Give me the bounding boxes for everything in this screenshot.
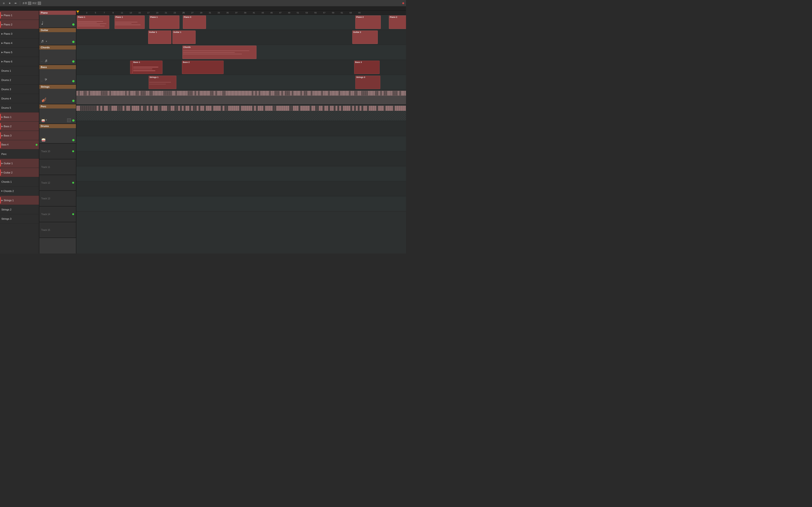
channel-drums-body: 🥁 xyxy=(39,128,76,143)
clip-label: Bass 3 xyxy=(355,61,362,63)
move-icon[interactable]: ✦ xyxy=(8,1,11,5)
clip-chords-main[interactable]: Chords xyxy=(183,46,256,59)
track-list-item[interactable]: ▶ Guitar 2 xyxy=(0,168,39,177)
timeline-tracks[interactable]: Piano 1 Piano 1 xyxy=(77,15,406,253)
menu-icon[interactable]: ≡ xyxy=(2,1,6,5)
piano-icon: ♩ xyxy=(41,20,43,26)
track-list-item[interactable]: ▶ Strings 1 xyxy=(0,196,39,205)
chords-row[interactable]: Chords xyxy=(77,45,406,60)
track10-row[interactable] xyxy=(77,121,406,136)
track-name: Drums 4 xyxy=(1,97,38,100)
ruler-mark: 45 xyxy=(270,11,273,14)
track-list-item[interactable]: Strings 3 xyxy=(0,214,39,223)
track-list-item[interactable]: ▶ Piano 3 xyxy=(0,29,39,39)
ruler-mark: 31 xyxy=(209,11,211,14)
clip-bass3-1[interactable]: Bass 3 xyxy=(354,61,379,74)
clip-bass2[interactable]: Bass 2 xyxy=(182,61,223,74)
clip-piano2-2[interactable]: Piano 2 xyxy=(389,15,406,29)
track-list-item[interactable]: ▶ Bass 2 xyxy=(0,122,39,131)
ruler-mark: 7 xyxy=(104,11,105,14)
track-list-item[interactable]: ▶ Piano 6 xyxy=(0,57,39,66)
collapse-icon[interactable]: ▶ xyxy=(1,134,3,137)
track12-row[interactable] xyxy=(77,151,406,166)
track13-row[interactable] xyxy=(77,166,406,181)
track-list-item[interactable]: ▶ Bass 3 xyxy=(0,131,39,140)
track-list-item[interactable]: Drums 5 xyxy=(0,103,39,112)
pen-icon[interactable]: ✒ xyxy=(14,1,17,5)
clip-piano1-2[interactable]: Piano 1 xyxy=(114,15,145,29)
track-list-item[interactable]: ▶ Guitar 1 xyxy=(0,159,39,168)
ruler-mark: 39 xyxy=(244,11,246,14)
track-list: ▶ Piano 1 ▶ Piano 2 ▶ Piano 3 ▶ Piano 4 … xyxy=(0,11,39,253)
collapse-icon[interactable]: ▶ xyxy=(1,42,3,44)
track-name: Chords 2 xyxy=(3,190,38,192)
track-list-item[interactable]: ▶ Chords 2 xyxy=(0,186,39,196)
collapse-icon[interactable]: ▶ xyxy=(1,51,3,53)
strings-row[interactable]: Strings 1 Strings 3 xyxy=(77,75,406,90)
track-name: Strings 1 xyxy=(4,199,38,202)
clip-bass1[interactable]: Bass 1 xyxy=(133,61,162,74)
timeline-area[interactable]: 1 3 5 7 9 11 13 15 17 19 21 23 25 27 xyxy=(77,11,406,253)
ruler-mark: 27 xyxy=(191,11,194,14)
track-list-item[interactable]: Chords 1 xyxy=(0,177,39,186)
drums-row[interactable] xyxy=(77,105,406,121)
perc-button[interactable] xyxy=(67,118,71,122)
track11-row[interactable] xyxy=(77,136,406,151)
guitar-row[interactable]: Guitar 1 Guitar 1 Guitar 2 Guitar 1 Guit xyxy=(77,30,406,45)
clip-guitar1-1[interactable]: Guitar 1 xyxy=(148,31,171,44)
collapse-icon[interactable]: ▶ xyxy=(1,190,3,192)
channel-perc-body: 🥁 ▼ xyxy=(39,109,76,123)
ruler-mark: 57 xyxy=(323,11,325,14)
svg-rect-1 xyxy=(77,111,406,120)
track-name: Piano 2 xyxy=(4,23,38,26)
ruler-mark: 63 xyxy=(350,11,352,14)
collapse-icon[interactable]: ▶ xyxy=(1,33,3,35)
clip-notes xyxy=(133,64,162,73)
track-list-item[interactable]: Perc xyxy=(0,150,39,159)
bass-row[interactable]: Bass 1 Bass 2 Bass 3 xyxy=(77,60,406,75)
track-list-item[interactable]: ▶ Piano 2 xyxy=(0,20,39,29)
track-list-item[interactable]: Drums 3 xyxy=(0,84,39,94)
collapse-icon[interactable]: ▶ xyxy=(1,60,3,63)
clip-label: Piano 2 xyxy=(356,16,364,18)
piano-row[interactable]: Piano 1 Piano 1 xyxy=(77,15,406,30)
channel-track10: Track 10 xyxy=(39,144,76,159)
clip-strings1[interactable]: Strings 1 xyxy=(149,76,176,89)
collapse-icon[interactable]: ▶ xyxy=(1,162,3,164)
track-list-item[interactable]: Drums 1 xyxy=(0,66,39,75)
track-name: Bass 3 xyxy=(4,134,38,137)
clip-bass-small[interactable] xyxy=(130,61,133,74)
ruler-mark: 41 xyxy=(253,11,255,14)
ruler-mark: 51 xyxy=(297,11,299,14)
track-list-item[interactable]: ▶ Piano 1 xyxy=(0,11,39,20)
clip-guitar2[interactable]: Guitar 2 xyxy=(352,31,378,44)
collapse-icon[interactable]: ▶ xyxy=(1,23,3,26)
collapse-icon[interactable]: ▶ xyxy=(1,199,3,202)
clip-piano2-1[interactable]: Piano 2 xyxy=(355,15,381,29)
track15-row[interactable] xyxy=(77,196,406,211)
collapse-icon[interactable]: ▶ xyxy=(1,116,3,118)
inst-toggle[interactable] xyxy=(38,2,41,5)
track-list-item[interactable]: Drums 2 xyxy=(0,75,39,84)
app-container: ≡ ✦ ✒ 多重 測定 ▶ Piano 1 xyxy=(0,0,406,253)
multi-toggle[interactable] xyxy=(28,2,31,5)
clip-piano3[interactable]: Piano 3 xyxy=(183,15,206,29)
track-list-item[interactable]: Bass 4 xyxy=(0,140,39,150)
track-list-item[interactable]: ▶ Piano 4 xyxy=(0,39,39,48)
collapse-icon[interactable]: ▶ xyxy=(1,171,3,173)
track-list-item[interactable]: Drums 4 xyxy=(0,94,39,103)
track10-label: Track 10 xyxy=(41,150,50,153)
track-list-item[interactable]: Strings 2 xyxy=(0,205,39,214)
channel-track15: Track 15 xyxy=(39,222,76,238)
collapse-icon[interactable]: ▶ xyxy=(1,14,3,16)
track14-row[interactable] xyxy=(77,181,406,196)
perc-row[interactable] xyxy=(77,90,406,105)
track15-label: Track 15 xyxy=(41,229,50,231)
clip-guitar1-2[interactable]: Guitar 1 xyxy=(172,31,196,44)
clip-piano1-3[interactable]: Piano 1 xyxy=(149,15,180,29)
collapse-icon[interactable]: ▶ xyxy=(1,125,3,127)
track-list-item[interactable]: ▶ Bass 1 xyxy=(0,112,39,122)
track-list-item[interactable]: ▶ Piano 5 xyxy=(0,48,39,57)
clip-piano1-1[interactable]: Piano 1 xyxy=(77,15,109,29)
clip-strings3[interactable]: Strings 3 xyxy=(355,76,380,89)
